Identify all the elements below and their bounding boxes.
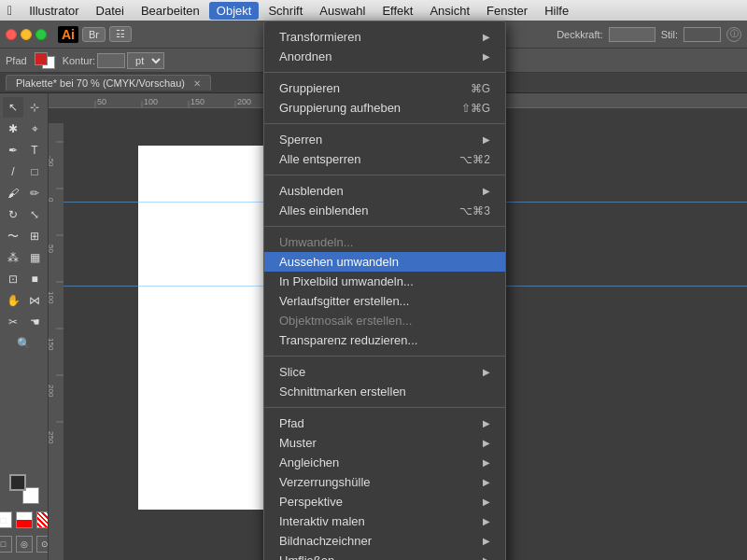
menu-schnittmarken-label: Schnittmarken erstellen <box>279 385 406 399</box>
tool-panel: ↖ ⊹ ✱ ⌖ ✒ T / □ 🖌 ✏ ↻ ⤡ 〜 ⊞ ⁂ ▦ <box>0 93 49 560</box>
svg-text:200: 200 <box>237 97 251 106</box>
menu-verlaufsgitter[interactable]: Verlaufsgitter erstellen... <box>264 291 505 311</box>
rect-tool[interactable]: □ <box>24 161 45 182</box>
tool-row-4: / □ <box>3 161 45 182</box>
menu-perspektive[interactable]: Perspektive ▶ <box>264 492 505 511</box>
none-mode-icon[interactable] <box>36 511 49 528</box>
column-graph-tool[interactable]: ▦ <box>24 247 45 268</box>
menu-ausblenden[interactable]: Ausblenden ▶ <box>264 181 505 201</box>
deckkraft-input[interactable]: 100% <box>609 27 655 42</box>
menu-pixelbild-umwandeln[interactable]: In Pixelbild umwandeln... <box>264 272 505 291</box>
menu-schrift[interactable]: Schrift <box>261 2 310 20</box>
tool-row-10: ✋ ⋈ <box>3 290 45 311</box>
menu-interaktiv[interactable]: Interaktiv malen ▶ <box>264 511 505 531</box>
line-tool[interactable]: / <box>3 161 23 182</box>
kontur-input[interactable]: 1 <box>97 53 125 68</box>
menu-objekt[interactable]: Objekt <box>209 2 260 20</box>
menu-alles-einblenden-shortcut: ⌥⌘3 <box>459 204 490 217</box>
menu-alle-entsperren-shortcut: ⌥⌘2 <box>459 153 490 166</box>
hand-tool[interactable]: ☚ <box>24 312 45 332</box>
menu-gruppieren-shortcut: ⌘G <box>471 82 490 95</box>
svg-text:100: 100 <box>144 97 158 106</box>
menu-angleichen[interactable]: Angleichen ▶ <box>264 453 505 472</box>
scale-tool[interactable]: ⤡ <box>24 204 45 225</box>
pen-tool[interactable]: ✒ <box>3 140 23 161</box>
free-transform-tool[interactable]: ⊞ <box>24 226 45 246</box>
menu-muster-label: Muster <box>279 436 317 450</box>
menu-ansicht[interactable]: Ansicht <box>422 2 477 20</box>
menu-transparenz[interactable]: Transparenz reduzieren... <box>264 330 505 350</box>
draw-inside-icon[interactable]: ⊙ <box>36 536 49 553</box>
stil-selector[interactable] <box>684 27 721 42</box>
fill-swatch[interactable] <box>35 52 48 65</box>
gradient-mode-icon[interactable] <box>16 511 33 528</box>
minimize-button[interactable] <box>21 29 32 40</box>
direct-selection-tool[interactable]: ⊹ <box>24 97 45 118</box>
ai-logo: Ai <box>58 26 78 43</box>
menu-pfad[interactable]: Pfad ▶ <box>264 413 505 433</box>
tab-close-icon[interactable]: ✕ <box>193 78 201 89</box>
fill-color-box[interactable] <box>9 474 26 491</box>
menu-datei[interactable]: Datei <box>89 2 132 20</box>
menu-section-2: Gruppieren ⌘G Gruppierung aufheben ⇧⌘G <box>264 77 505 119</box>
menu-alles-einblenden[interactable]: Alles einblenden ⌥⌘3 <box>264 201 505 220</box>
menu-bearbeiten[interactable]: Bearbeiten <box>134 2 207 20</box>
draw-behind-icon[interactable]: ◎ <box>16 536 33 553</box>
info-icon[interactable]: ⓘ <box>726 27 741 42</box>
rotate-tool[interactable]: ↻ <box>3 204 23 225</box>
magic-wand-tool[interactable]: ✱ <box>3 119 23 139</box>
menu-verzerrung[interactable]: Verzerrungshülle ▶ <box>264 472 505 492</box>
menu-section-1: Transformieren ▶ Anordnen ▶ <box>264 25 505 68</box>
normal-mode-icon[interactable]: □ <box>0 511 12 528</box>
scissors-tool[interactable]: ✂ <box>3 312 23 332</box>
menu-umfliessen[interactable]: Umfließen ▶ <box>264 551 505 560</box>
menu-anordnen[interactable]: Anordnen ▶ <box>264 47 505 66</box>
eyedropper-tool[interactable]: ✋ <box>3 290 23 311</box>
document-tab[interactable]: Plakette* bei 70 % (CMYK/Vorschau) ✕ <box>6 75 211 91</box>
menu-alle-entsperren[interactable]: Alle entsperren ⌥⌘2 <box>264 149 505 169</box>
arrow-icon-6: ▶ <box>483 418 490 428</box>
close-button[interactable] <box>6 29 17 40</box>
pencil-tool[interactable]: ✏ <box>24 183 45 203</box>
menu-umfliessen-label: Umfließen <box>279 553 334 560</box>
menu-muster[interactable]: Muster ▶ <box>264 433 505 453</box>
draw-normal-icon[interactable]: □ <box>0 536 12 553</box>
menu-anordnen-label: Anordnen <box>279 49 331 63</box>
tool-row-3: ✒ T <box>3 140 45 161</box>
menu-bildnachzeichner[interactable]: Bildnachzeichner ▶ <box>264 531 505 551</box>
menu-effekt[interactable]: Effekt <box>374 2 420 20</box>
svg-text:-50: -50 <box>49 156 55 167</box>
gradient-tool[interactable]: ■ <box>24 269 45 289</box>
type-tool[interactable]: T <box>24 140 45 161</box>
blend-tool[interactable]: ⋈ <box>24 290 45 311</box>
menu-auswahl[interactable]: Auswahl <box>312 2 373 20</box>
menu-illustrator[interactable]: Illustrator <box>21 2 86 20</box>
arrow-icon-8: ▶ <box>483 457 490 468</box>
menu-sperren[interactable]: Sperren ▶ <box>264 130 505 149</box>
selection-tool[interactable]: ↖ <box>3 97 23 118</box>
bridge-button[interactable]: Br <box>82 27 106 42</box>
mesh-tool[interactable]: ⊡ <box>3 269 23 289</box>
lasso-tool[interactable]: ⌖ <box>24 119 45 139</box>
menu-aussehen-umwandeln[interactable]: Aussehen umwandeln <box>264 252 505 272</box>
menu-objektmosaik-label: Objektmosaik erstellen... <box>279 314 412 328</box>
warp-tool[interactable]: 〜 <box>3 226 23 246</box>
menu-hilfe[interactable]: Hilfe <box>537 2 576 20</box>
menu-transformieren[interactable]: Transformieren ▶ <box>264 27 505 47</box>
menu-section-7: Pfad ▶ Muster ▶ Angleichen ▶ Verzerrungs… <box>264 412 505 560</box>
maximize-button[interactable] <box>35 29 47 40</box>
menu-ungroup-shortcut: ⇧⌘G <box>461 102 490 115</box>
apple-menu[interactable]:  <box>7 3 12 18</box>
menu-gruppieren[interactable]: Gruppieren ⌘G <box>264 78 505 98</box>
svg-text:50: 50 <box>97 97 106 106</box>
symbol-tool[interactable]: ⁂ <box>3 247 23 268</box>
menu-fenster[interactable]: Fenster <box>479 2 535 20</box>
menu-ungroup[interactable]: Gruppierung aufheben ⇧⌘G <box>264 98 505 118</box>
menu-schnittmarken[interactable]: Schnittmarken erstellen <box>264 382 505 401</box>
paintbrush-tool[interactable]: 🖌 <box>3 183 23 203</box>
zoom-tool[interactable]: 🔍 <box>14 333 35 354</box>
menu-slice[interactable]: Slice ▶ <box>264 362 505 382</box>
menu-transformieren-label: Transformieren <box>279 30 361 44</box>
arrange-button[interactable]: ☷ <box>109 26 132 42</box>
kontur-unit-select[interactable]: pt <box>127 52 164 69</box>
